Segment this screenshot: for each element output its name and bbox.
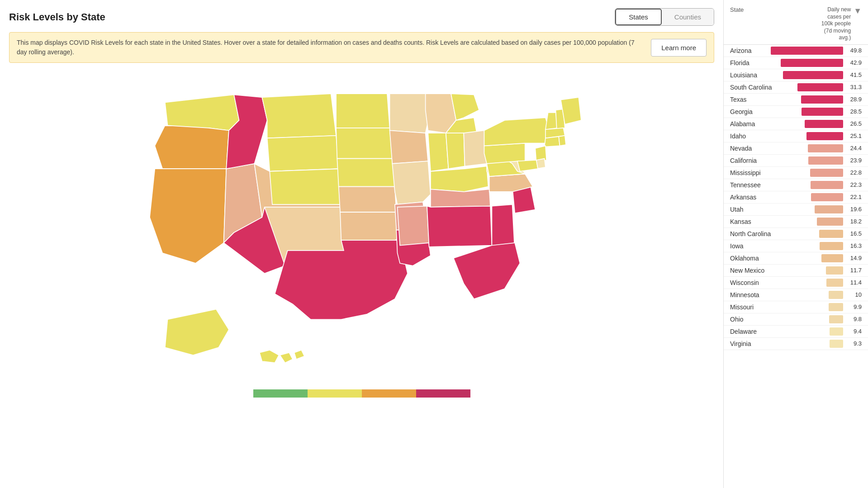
table-row[interactable]: California 23.9 (724, 155, 868, 167)
us-map[interactable] (9, 69, 714, 386)
table-row[interactable]: Minnesota 10 (724, 289, 868, 301)
table-row[interactable]: Wisconsin 11.4 (724, 277, 868, 289)
table-row[interactable]: Louisiana 41.5 (724, 69, 868, 81)
row-value: 24.4 (846, 145, 862, 152)
table-row[interactable]: Tennessee 22.3 (724, 179, 868, 191)
row-bar-container: 11.7 (826, 266, 862, 275)
table-row[interactable]: Mississippi 22.8 (724, 167, 868, 179)
learn-more-button[interactable]: Learn more (651, 39, 707, 57)
scroll-down-icon[interactable]: ▼ (854, 6, 862, 16)
row-bar-container: 19.6 (815, 205, 862, 213)
row-bar-container: 16.5 (819, 230, 862, 238)
table-row[interactable]: Virginia 9.3 (724, 338, 868, 350)
row-bar (830, 327, 843, 336)
row-value: 28.5 (846, 108, 862, 115)
row-value: 22.8 (846, 169, 862, 176)
row-value: 28.9 (846, 96, 862, 103)
row-state-name: Louisiana (730, 71, 783, 79)
row-bar (829, 315, 843, 323)
row-bar-container: 10 (829, 291, 862, 299)
row-bar (811, 181, 843, 189)
legend-high (362, 389, 416, 398)
row-bar (820, 242, 843, 250)
row-state-name: Texas (730, 96, 801, 103)
row-bar (810, 169, 843, 177)
table-row[interactable]: Oklahoma 14.9 (724, 252, 868, 265)
row-bar (811, 193, 843, 201)
row-value: 9.4 (846, 328, 862, 335)
row-bar-container: 22.8 (810, 169, 862, 177)
table-row[interactable]: Idaho 25.1 (724, 130, 868, 142)
legend-medium (308, 389, 362, 398)
row-value: 31.3 (846, 84, 862, 90)
row-state-name: Arizona (730, 47, 771, 54)
row-bar-container: 49.8 (771, 47, 862, 55)
table-row[interactable]: Utah 19.6 (724, 204, 868, 216)
row-bar (817, 218, 843, 226)
table-row[interactable]: Arizona 49.8 (724, 45, 868, 57)
row-value: 9.8 (846, 316, 862, 322)
row-bar (829, 291, 843, 299)
row-bar-container: 24.4 (808, 144, 862, 152)
row-bar-container: 9.8 (829, 315, 862, 323)
table-row[interactable]: Florida 42.9 (724, 57, 868, 69)
row-bar-container: 26.5 (805, 120, 862, 128)
row-state-name: Nevada (730, 145, 808, 152)
table-row[interactable]: Georgia 28.5 (724, 106, 868, 118)
row-bar (821, 254, 843, 262)
table-row[interactable]: Nevada 24.4 (724, 142, 868, 155)
row-bar-container: 11.4 (826, 279, 862, 287)
table-row[interactable]: New Mexico 11.7 (724, 265, 868, 277)
row-value: 9.9 (846, 303, 862, 310)
info-banner: This map displays COVID Risk Levels for … (9, 32, 714, 63)
row-value: 16.3 (846, 242, 862, 249)
table-row[interactable]: Iowa 16.3 (724, 240, 868, 252)
row-value: 10 (846, 291, 862, 298)
row-value: 16.5 (846, 230, 862, 237)
table-row[interactable]: Delaware 9.4 (724, 326, 868, 338)
table-row[interactable]: Texas 28.9 (724, 94, 868, 106)
row-bar-container: 14.9 (821, 254, 862, 262)
row-bar-container: 28.9 (801, 95, 862, 104)
sidebar: State Daily newcases per100k people(7d m… (723, 0, 868, 488)
row-bar (781, 59, 843, 67)
table-row[interactable]: South Carolina 31.3 (724, 81, 868, 94)
table-row[interactable]: Missouri 9.9 (724, 301, 868, 313)
row-bar-container: 18.2 (817, 218, 862, 226)
row-state-name: Delaware (730, 328, 830, 335)
table-row[interactable]: Arkansas 22.1 (724, 191, 868, 204)
row-state-name: Arkansas (730, 194, 811, 201)
row-bar-container: 22.1 (811, 193, 862, 201)
sidebar-rows-container: Arizona 49.8 Florida 42.9 Louisiana 41.5… (724, 45, 868, 350)
row-state-name: Florida (730, 59, 781, 66)
row-state-name: Virginia (730, 340, 830, 347)
table-row[interactable]: Alabama 26.5 (724, 118, 868, 130)
view-toggle: States Counties (615, 8, 714, 26)
row-bar (826, 279, 843, 287)
row-bar-container: 28.5 (802, 108, 862, 116)
legend-critical (416, 389, 470, 398)
row-bar-container: 9.4 (830, 327, 862, 336)
row-state-name: South Carolina (730, 84, 797, 91)
row-bar (819, 230, 843, 238)
legend-low (253, 389, 308, 398)
row-bar (802, 108, 843, 116)
row-bar (783, 71, 843, 79)
row-value: 49.8 (846, 47, 862, 54)
states-toggle-button[interactable]: States (615, 9, 662, 25)
row-value: 9.3 (846, 340, 862, 347)
row-bar-container: 22.3 (811, 181, 862, 189)
row-state-name: Alabama (730, 120, 805, 128)
row-state-name: Oklahoma (730, 255, 821, 262)
counties-toggle-button[interactable]: Counties (662, 9, 714, 25)
row-bar-container: 16.3 (820, 242, 862, 250)
row-value: 22.1 (846, 194, 862, 200)
row-value: 26.5 (846, 120, 862, 127)
row-state-name: California (730, 157, 808, 164)
table-row[interactable]: Kansas 18.2 (724, 216, 868, 228)
table-row[interactable]: Ohio 9.8 (724, 313, 868, 326)
row-value: 18.2 (846, 218, 862, 225)
row-bar-container: 42.9 (781, 59, 862, 67)
row-bar (830, 340, 843, 348)
table-row[interactable]: North Carolina 16.5 (724, 228, 868, 240)
